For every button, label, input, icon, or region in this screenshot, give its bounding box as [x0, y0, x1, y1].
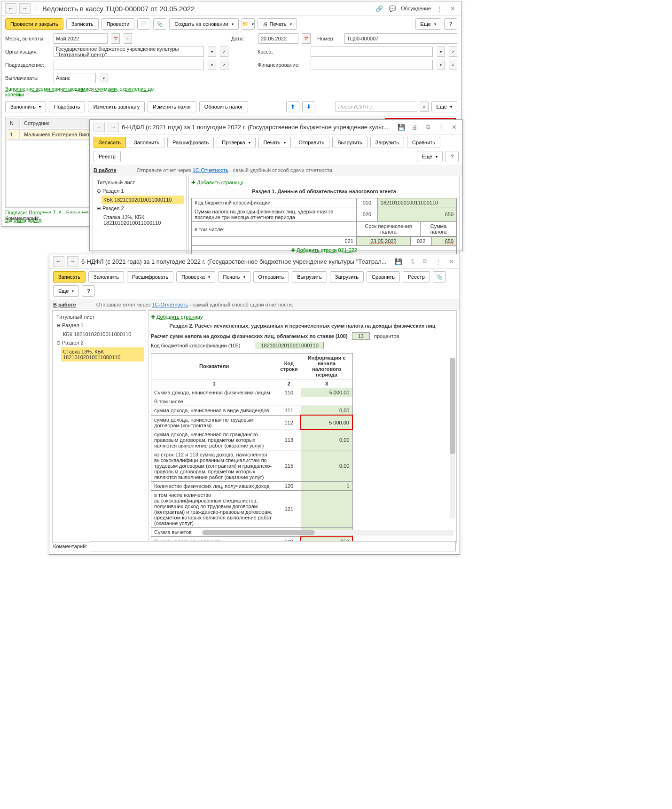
save-icon[interactable]: 💾 [397, 122, 406, 132]
print-icon[interactable]: 🖨 [410, 122, 419, 132]
reestr-button[interactable]: Реестр [403, 271, 430, 283]
nav-forward-button[interactable]: → [67, 256, 78, 267]
vygruz-button[interactable]: Выгрузить [332, 137, 367, 148]
link-icon[interactable]: 🔗 [375, 4, 384, 13]
otpravka-button[interactable]: Отправить [294, 137, 330, 148]
org-open-btn[interactable]: ↗ [220, 47, 228, 57]
obnovit-nalog-button[interactable]: Обновить налог [199, 101, 248, 112]
zapolnit-button[interactable]: Заполнить [129, 137, 164, 148]
rashifr-button[interactable]: Расшифровать [167, 137, 214, 148]
vyplat-input[interactable]: Аванс [54, 73, 96, 83]
month-input[interactable]: Май 2022 [54, 33, 108, 44]
print-button[interactable]: 🖨 Печать [258, 18, 297, 30]
move-down-button[interactable]: ⬇ [302, 101, 315, 112]
nav-forward-button[interactable]: → [19, 3, 31, 14]
attach-icon-button[interactable]: 📎 [153, 18, 166, 30]
date-input[interactable]: 20.05.2022 [258, 33, 298, 44]
tree-stavka[interactable]: Ставка 13%, КБК 18210102010011000110 [102, 213, 184, 227]
close-icon[interactable]: ✕ [446, 257, 456, 266]
rate-value[interactable]: 13 [352, 332, 370, 340]
izmenit-nalog-button[interactable]: Изменить налог [148, 101, 196, 112]
tree-kbk1[interactable]: КБК 18210102010011000110 [102, 196, 184, 204]
proverka-button[interactable]: Проверка [217, 137, 255, 148]
move-up-button[interactable]: ⬆ [286, 101, 299, 112]
sravn-button[interactable]: Сравнить [367, 271, 400, 283]
comment-input[interactable] [90, 541, 456, 551]
vyplat-dropdown[interactable]: ▾ [100, 73, 108, 83]
kbk-value[interactable]: 18210102010011000110 [256, 342, 323, 349]
podrazd-dropdown[interactable]: ▾ [208, 60, 216, 70]
org-input[interactable]: Государственное бюджетное учреждение кул… [54, 47, 204, 57]
zapisat-button[interactable]: Записать [53, 271, 86, 283]
attach-button[interactable]: 📎 [433, 271, 446, 283]
tree-kbk1[interactable]: КБК 18210102010011000110 [61, 330, 144, 338]
otpravka-button[interactable]: Отправить [253, 271, 289, 283]
reestr-button[interactable]: Реестр [94, 151, 121, 162]
add-page-link[interactable]: Добавить страницу [156, 314, 203, 320]
tree-section1[interactable]: ⊖ Раздел 1 [55, 321, 144, 330]
finans-input[interactable] [311, 60, 433, 70]
nav-forward-button[interactable]: → [108, 122, 119, 132]
copy-icon[interactable]: ⧉ [423, 122, 432, 132]
more-icon[interactable]: ⋮ [436, 122, 445, 132]
nav-back-button[interactable]: ← [53, 256, 64, 267]
more-icon[interactable]: ⋮ [435, 4, 444, 13]
kassa-dropdown[interactable]: ▾ [437, 47, 445, 57]
search-input[interactable]: Поиск (Ctrl+F) [335, 102, 417, 112]
tree-title-page[interactable]: Титульный лист [95, 178, 184, 187]
eshe-button[interactable]: Еще [53, 285, 79, 297]
close-icon[interactable]: ✕ [449, 122, 459, 132]
month-calendar-btn[interactable]: 📅 [111, 33, 120, 44]
add-page-link[interactable]: Добавить страницу [197, 180, 243, 185]
date-calendar-btn[interactable]: 📅 [302, 33, 311, 44]
eshe-button[interactable]: Еще [415, 18, 441, 30]
zapolnit-dropdown[interactable]: Заполнить [5, 101, 46, 112]
podrazd-open[interactable]: ↗ [220, 60, 228, 70]
help-button[interactable]: ? [82, 285, 95, 297]
zapisat-button[interactable]: Записать [66, 18, 99, 30]
vygruz-button[interactable]: Выгрузить [292, 271, 327, 283]
kassa-input[interactable] [311, 47, 433, 57]
discuss-icon[interactable]: 💬 [388, 4, 397, 13]
month-stepper[interactable]: ÷ [124, 33, 132, 44]
podobrat-button[interactable]: Подобрать [49, 101, 85, 112]
close-icon[interactable]: ✕ [448, 4, 457, 13]
tree-stavka[interactable]: Ставка 13%, КБК 18210102010011000110 [61, 347, 144, 361]
zagruz-button[interactable]: Загрузить [370, 137, 404, 148]
help-button[interactable]: ? [445, 151, 459, 162]
scrollbar-horizontal[interactable] [202, 530, 453, 535]
number-input[interactable]: ТЦ00-000007 [344, 33, 457, 44]
provesti-button[interactable]: Провести [102, 18, 135, 30]
add-rows-021[interactable]: Добавить строки 021-022 [297, 247, 357, 253]
rashifr-button[interactable]: Расшифровать [127, 271, 173, 283]
finans-clear[interactable]: × [449, 60, 457, 70]
tree-section1[interactable]: ⊖ Раздел 1 [95, 187, 184, 196]
tree-title-page[interactable]: Титульный лист [55, 313, 144, 321]
help-button[interactable]: ? [444, 18, 457, 30]
zapolnit-button[interactable]: Заполнить [88, 271, 124, 283]
print-button[interactable]: Печать [258, 137, 291, 148]
podrazd-input[interactable] [54, 60, 204, 70]
finans-dropdown[interactable]: ▾ [437, 60, 445, 70]
print-button[interactable]: Печать [218, 271, 250, 283]
zagruz-button[interactable]: Загрузить [330, 271, 364, 283]
status-label[interactable]: В работе [53, 302, 76, 307]
nav-back-button[interactable]: ← [94, 122, 105, 132]
scrollbar-vertical[interactable] [450, 358, 455, 518]
sravn-button[interactable]: Сравнить [407, 137, 440, 148]
more-icon[interactable]: ⋮ [433, 257, 443, 266]
eshe-button[interactable]: Еще [417, 151, 443, 162]
izmenit-zarplatu-button[interactable]: Изменить зарплату [88, 101, 145, 112]
nav-back-button[interactable]: ← [5, 3, 16, 14]
provesti-zakryt-button[interactable]: Провести и закрыть [5, 18, 63, 30]
search-clear[interactable]: × [420, 102, 429, 112]
tree-section2[interactable]: ⊖ Раздел 2 [55, 338, 144, 347]
proverka-button[interactable]: Проверка [176, 271, 215, 283]
zapisat-button[interactable]: Записать [94, 137, 126, 148]
sozdat-button[interactable]: Создать на основании [169, 18, 238, 30]
doc-icon-button[interactable]: 📄 [137, 18, 150, 30]
status-label[interactable]: В работе [94, 167, 117, 173]
folder-icon-button[interactable]: 📁 [242, 18, 255, 30]
print-icon[interactable]: 🖨 [407, 257, 416, 266]
tree-section2[interactable]: ⊖ Раздел 2 [95, 204, 184, 213]
